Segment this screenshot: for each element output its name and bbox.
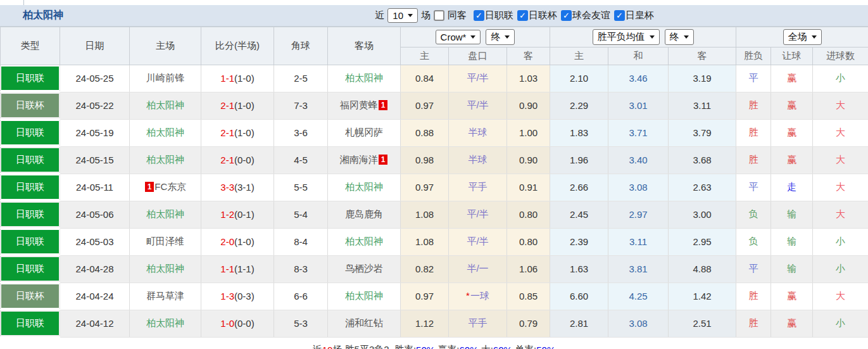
chevron-down-icon [505,35,510,39]
away-team: 札幌冈萨 [328,119,401,146]
match-row: 日职联 24-05-06 柏太阳神 1-2(0-1) 5-4 鹿岛鹿角 1.08… [1,201,868,228]
home-team: 柏太阳神 [130,310,201,337]
asian-away-odds: 0.79 [507,310,550,337]
team-name: 柏太阳神 [345,72,383,83]
recent-label: 近 [375,10,384,22]
team-name: 鸟栖沙岩 [345,263,383,274]
asian-handicap-line: 半球 [449,146,507,174]
footer-segment: 近 [313,344,322,349]
corners: 6-6 [274,282,328,310]
euro-period-select[interactable]: 终 [665,29,694,45]
result-period-select[interactable]: 全场 [783,29,822,45]
footer-segment: 单率: [512,344,536,349]
asian-company-value: Crow* [441,32,467,42]
asian-away-odds: 0.91 [507,174,550,201]
fulltime-score: 2-0 [220,236,234,247]
page-title: 柏太阳神 [23,9,63,22]
goals-result: 大 [813,201,868,228]
handicap-result: 赢 [771,92,813,119]
asian-handicap-line: 平手 [449,310,507,337]
score-cell: 1-3(0-3) [201,282,274,310]
league-badge: 日职联 [1,257,59,281]
away-team: 柏太阳神 [328,65,401,92]
euro-home-odds: 2.10 [550,65,608,92]
chevron-down-icon [684,35,689,39]
fulltime-score: 1-1 [220,73,234,84]
asian-period-select[interactable]: 终 [486,29,515,45]
fulltime-score: 2-1 [220,155,234,165]
handicap-result: 输 [771,201,813,228]
euro-draw-odds: 3.71 [608,119,669,146]
team-name: 柏太阳神 [345,236,383,246]
euro-draw-odds: 3.81 [608,255,669,282]
league-filter-checkbox[interactable]: ✓ [561,10,572,21]
col-asian-away: 客 [507,48,550,65]
asian-away-odds: 0.80 [507,228,550,255]
league-cell: 日职联 [1,228,60,255]
chevron-down-icon [470,35,475,39]
match-row: 日职联 24-05-11 1FC东京 3-3(3-1) 5-5 柏太阳神 0.9… [1,174,868,201]
score-cell: 3-3(3-1) [201,174,274,201]
footer-segment: 场,胜5平3负2, 胜率: [332,344,416,349]
home-team: 柏太阳神 [130,92,201,119]
footer-segment: 大: [479,344,493,349]
fulltime-score: 2-1 [220,127,234,138]
fulltime-score: 1-2 [220,209,234,220]
asian-odds-group: Crow* 终 [401,27,550,48]
away-team: 柏太阳神 [328,174,401,201]
corners: 8-3 [274,255,328,282]
handicap-result: 赢 [771,146,813,174]
match-date: 24-04-24 [60,282,130,310]
league-filter-checkbox[interactable]: ✓ [517,10,528,21]
same-venue-checkbox[interactable] [434,10,444,21]
handicap-star: * [466,290,470,301]
table-body: 日职联 24-05-25 川崎前锋 1-1(1-0) 2-5 柏太阳神 0.84… [1,65,868,338]
asian-away-odds: 1.06 [507,255,550,282]
euro-company-select[interactable]: 胜平负均值 [593,29,660,45]
league-filter-label: 日皇杯 [626,10,654,22]
halftime-score: (0-3) [234,291,255,301]
team-name: 柏太阳神 [146,317,184,328]
match-date: 24-05-25 [60,65,130,92]
goals-result: 小 [813,310,868,337]
goals-result: 小 [813,65,868,92]
home-team: 柏太阳神 [130,201,201,228]
away-team: 福冈黄蜂1 [328,92,401,119]
league-filter-checkbox[interactable]: ✓ [614,10,625,21]
away-team: 湘南海洋1 [328,146,401,174]
match-count-select[interactable]: 10 [387,8,418,23]
team-name: 柏太阳神 [146,127,184,137]
team-name: 浦和红钻 [345,317,383,328]
asian-company-select[interactable]: Crow* [436,30,481,44]
fulltime-score: 1-1 [220,263,234,274]
asian-away-odds: 0.85 [507,282,550,310]
league-filter-checkbox[interactable]: ✓ [474,10,484,21]
team-name: 柏太阳神 [146,99,184,110]
halftime-score: (1-0) [234,127,255,138]
col-goals: 进球数 [813,48,868,65]
league-filter-label: 日联杯 [529,10,557,22]
match-date: 24-04-28 [60,255,130,282]
team-name: 柏太阳神 [146,154,184,165]
match-date: 24-05-15 [60,146,130,174]
goals-result: 大 [813,119,868,146]
euro-away-odds: 3.19 [669,65,736,92]
euro-away-odds: 1.42 [669,282,736,310]
top-tick [23,0,24,5]
chevron-down-icon [408,14,413,17]
league-cell: 日职联 [1,310,60,337]
match-date: 24-05-22 [60,92,130,119]
match-row: 日职联 24-05-03 町田泽维 2-0(1-0) 8-4 柏太阳神 1.08… [1,228,868,255]
euro-draw-odds: 4.25 [608,282,669,310]
outcome-result: 负 [736,228,771,255]
away-team: 鸟栖沙岩 [328,255,401,282]
home-team: 柏太阳神 [130,119,201,146]
asian-handicap-line: 半球 [449,119,507,146]
euro-away-odds: 3.79 [669,119,736,146]
red-card-badge: 1 [145,182,154,192]
handicap-result: 输 [771,228,813,255]
away-team: 鹿岛鹿角 [328,201,401,228]
outcome-result: 平 [736,65,771,92]
team-name: 町田泽维 [146,236,184,246]
halftime-score: (3-1) [234,182,255,193]
